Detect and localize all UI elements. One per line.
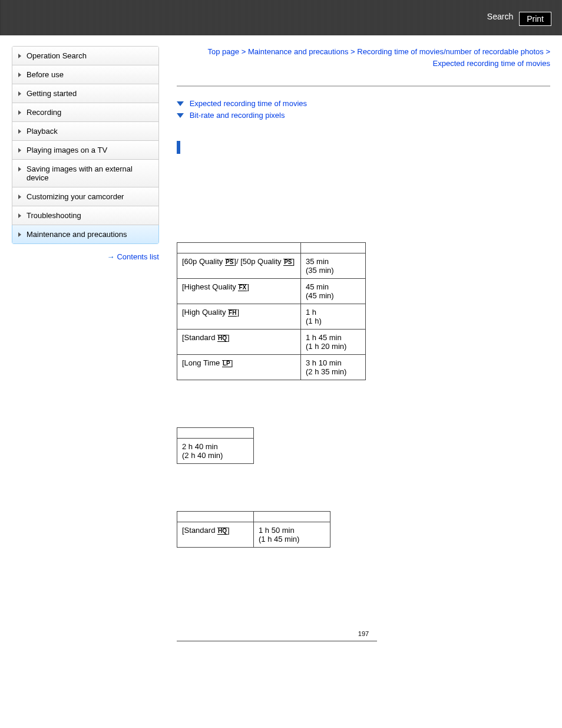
sidebar-item-operation-search[interactable]: Operation Search [12,47,159,65]
table-header-row [177,243,366,253]
sidebar-item-before-use[interactable]: Before use [12,65,159,84]
crumb-sep: > [242,47,248,56]
main-content: Top page > Maintenance and precautions >… [159,46,550,641]
anchor-expected-recording[interactable]: Expected recording time of movies [190,99,307,108]
section-marker-icon [177,141,180,154]
crumb-sep: > [546,47,550,56]
recording-time-table-std: [Standard HQ] 1 h 50 min(1 h 45 min) [177,511,330,548]
sidebar-item-troubleshooting[interactable]: Troubleshooting [12,206,159,225]
table-header-mode [177,243,301,253]
mode-icon-lp: LP [222,360,231,367]
mode-icon-fx: FX [238,284,247,291]
mode-icon-ps: PS [225,259,234,266]
time-cell: 1 h 50 min(1 h 45 min) [254,522,330,548]
search-link[interactable]: Search [487,12,513,26]
time-cell: 1 h(1 h) [301,304,366,330]
time-cell: 1 h 45 min(1 h 20 min) [301,330,366,355]
mode-cell: [Highest Quality FX] [177,279,301,304]
sidebar-item-playback[interactable]: Playback [12,122,159,141]
table-header-mode [177,512,254,522]
crumb-top[interactable]: Top page [208,47,240,56]
table-row: 2 h 40 min(2 h 40 min) [177,439,254,464]
recording-time-table-mp4: 2 h 40 min(2 h 40 min) [177,427,254,464]
anchor-bitrate[interactable]: Bit-rate and recording pixels [190,111,285,120]
sidebar-item-maintenance[interactable]: Maintenance and precautions [12,225,159,244]
mode-cell: [Standard HQ] [177,522,254,548]
page-divider [177,641,377,641]
mode-icon-hq: HQ [217,335,227,342]
time-cell: 3 h 10 min(2 h 35 min) [301,355,366,380]
recording-time-table-hd: [60p Quality PS]/ [50p Quality PS] 35 mi… [177,242,366,380]
time-cell: 35 min(35 min) [301,253,366,279]
mode-icon-ps: PS [283,259,292,266]
table-row: [Highest Quality FX] 45 min(45 min) [177,279,366,304]
table-row: [60p Quality PS]/ [50p Quality PS] 35 mi… [177,253,366,279]
table-header-time [301,243,366,253]
sidebar-item-getting-started[interactable]: Getting started [12,84,159,103]
section-divider [177,85,550,87]
print-button[interactable]: Print [519,12,551,26]
crumb-sep: > [351,47,357,56]
arrow-right-icon: → [107,252,114,261]
anchor-list: Expected recording time of movies Bit-ra… [177,98,550,120]
contents-list-link[interactable]: Contents list [117,252,159,261]
mode-cell: [High Quality FH] [177,304,301,330]
mode-cell: [Standard HQ] [177,330,301,355]
table-header-time [254,512,330,522]
header-bar: Search Print [0,0,562,35]
table-header-row [177,428,254,439]
mode-icon-hq: HQ [217,528,227,535]
table-row: [Standard HQ] 1 h 45 min(1 h 20 min) [177,330,366,355]
sidebar-nav: Operation Search Before use Getting star… [12,46,159,244]
crumb-expected[interactable]: Expected recording time of movies [433,59,550,68]
mode-icon-fh: FH [228,309,237,317]
time-cell: 2 h 40 min(2 h 40 min) [177,439,254,464]
triangle-down-icon [177,101,184,106]
table-row: [Standard HQ] 1 h 50 min(1 h 45 min) [177,522,330,548]
contents-list-wrap: →Contents list [12,252,159,261]
sidebar-item-customizing[interactable]: Customizing your camcorder [12,187,159,206]
breadcrumb: Top page > Maintenance and precautions >… [177,46,550,69]
table-row: [High Quality FH] 1 h(1 h) [177,304,366,330]
sidebar: Operation Search Before use Getting star… [12,46,159,641]
sidebar-item-playing-on-tv[interactable]: Playing images on a TV [12,141,159,160]
page-number: 197 [177,630,550,637]
crumb-maintenance[interactable]: Maintenance and precautions [248,47,349,56]
mode-cell: [Long Time LP] [177,355,301,380]
mode-cell: [60p Quality PS]/ [50p Quality PS] [177,253,301,279]
sidebar-item-saving-images[interactable]: Saving images with an external device [12,160,159,187]
crumb-recording-time[interactable]: Recording time of movies/number of recor… [357,47,544,56]
table-header-time [177,428,254,439]
time-cell: 45 min(45 min) [301,279,366,304]
table-header-row [177,512,330,522]
triangle-down-icon [177,113,184,118]
table-row: [Long Time LP] 3 h 10 min(2 h 35 min) [177,355,366,380]
sidebar-item-recording[interactable]: Recording [12,103,159,122]
